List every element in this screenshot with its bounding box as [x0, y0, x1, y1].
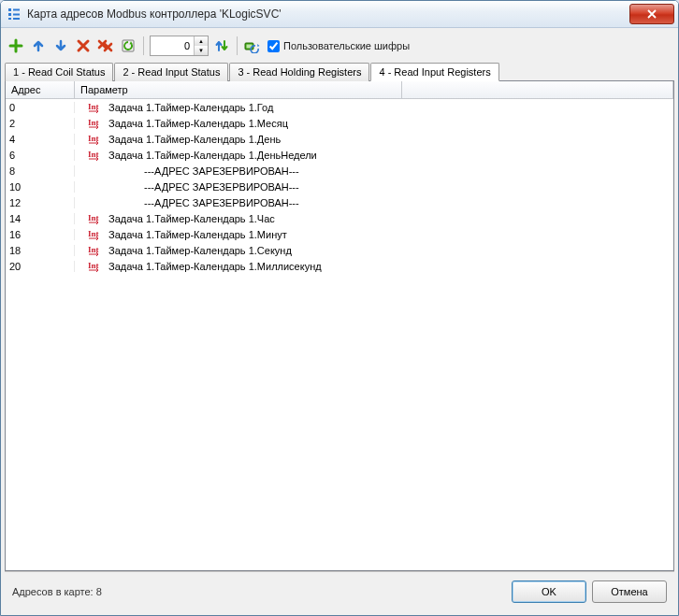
table-row[interactable]: 2IntЗадача 1.Таймер-Календарь 1.Месяц: [6, 115, 673, 131]
cell-parameter: IntЗадача 1.Таймер-Календарь 1.Месяц: [75, 117, 673, 129]
parameter-text: Задача 1.Таймер-Календарь 1.Миллисекунд: [108, 261, 322, 272]
tab-3[interactable]: 4 - Read Input Registers: [370, 63, 498, 81]
delete-all-icon[interactable]: [96, 36, 115, 55]
col-header-empty: [402, 81, 673, 98]
table-row[interactable]: 12---АДРЕС ЗАРЕЗЕРВИРОВАН---: [6, 194, 673, 210]
sort-icon[interactable]: [212, 36, 231, 55]
cell-parameter: IntЗадача 1.Таймер-Календарь 1.Час: [75, 212, 673, 224]
int-type-icon: Int: [88, 117, 103, 129]
add-icon[interactable]: [7, 36, 25, 55]
cell-address: 10: [6, 181, 75, 193]
svg-rect-5: [13, 18, 20, 20]
user-ciphers-label: Пользовательские шифры: [283, 40, 410, 51]
svg-rect-2: [8, 18, 11, 20]
cell-parameter: IntЗадача 1.Таймер-Календарь 1.Год: [75, 101, 673, 113]
table-row[interactable]: 0IntЗадача 1.Таймер-Календарь 1.Год: [6, 99, 673, 115]
cell-parameter: IntЗадача 1.Таймер-Календарь 1.Секунд: [75, 244, 673, 256]
parameter-text: Задача 1.Таймер-Календарь 1.Час: [108, 213, 275, 224]
app-icon: [7, 7, 22, 21]
int-type-icon: Int: [88, 212, 103, 224]
user-ciphers-checkbox[interactable]: Пользовательские шифры: [267, 40, 410, 52]
grid-header: Адрес Параметр: [6, 81, 673, 99]
svg-rect-3: [13, 9, 20, 11]
parameter-text: Задача 1.Таймер-Календарь 1.ДеньНедели: [108, 150, 317, 161]
window-title: Карта адресов Modbus контроллера 'KLogic…: [27, 7, 629, 21]
int-type-icon: Int: [88, 260, 103, 272]
parameter-text: Задача 1.Таймер-Календарь 1.Год: [108, 102, 273, 113]
reserved-text: ---АДРЕС ЗАРЕЗЕРВИРОВАН---: [88, 165, 299, 177]
titlebar: Карта адресов Modbus контроллера 'KLogic…: [1, 1, 678, 28]
cell-parameter: IntЗадача 1.Таймер-Календарь 1.День: [75, 133, 673, 145]
cell-address: 18: [6, 245, 75, 256]
tab-1[interactable]: 2 - Read Input Status: [114, 63, 228, 81]
cell-parameter: IntЗадача 1.Таймер-Календарь 1.ДеньНедел…: [75, 149, 673, 161]
int-type-icon: Int: [88, 101, 103, 113]
device-icon[interactable]: [243, 36, 262, 55]
window: Карта адресов Modbus контроллера 'KLogic…: [0, 0, 679, 616]
refresh-icon[interactable]: [119, 36, 137, 55]
cell-parameter: IntЗадача 1.Таймер-Календарь 1.Минут: [75, 228, 673, 240]
table-row[interactable]: 10---АДРЕС ЗАРЕЗЕРВИРОВАН---: [6, 179, 673, 194]
reserved-text: ---АДРЕС ЗАРЕЗЕРВИРОВАН---: [88, 181, 299, 193]
parameter-text: Задача 1.Таймер-Календарь 1.Месяц: [108, 118, 288, 129]
status-text: Адресов в карте: 8: [12, 586, 506, 597]
table-row[interactable]: 6IntЗадача 1.Таймер-Календарь 1.ДеньНеде…: [6, 147, 673, 163]
table-row[interactable]: 20IntЗадача 1.Таймер-Календарь 1.Миллисе…: [6, 258, 673, 274]
grid: Адрес Параметр 0IntЗадача 1.Таймер-Кален…: [5, 80, 674, 571]
int-type-icon: Int: [88, 133, 103, 145]
parameter-text: Задача 1.Таймер-Календарь 1.Минут: [108, 229, 287, 240]
svg-rect-1: [8, 13, 11, 16]
int-type-icon: Int: [88, 228, 103, 240]
cell-address: 12: [6, 197, 75, 208]
toolbar-separator: [237, 36, 238, 55]
statusbar: Адресов в карте: 8 OK Отмена: [5, 571, 674, 611]
cell-address: 2: [6, 118, 75, 129]
col-header-parameter[interactable]: Параметр: [75, 81, 402, 98]
int-type-icon: Int: [88, 244, 103, 256]
toolbar: ▲ ▼ Пользоват: [5, 32, 674, 60]
cell-address: 14: [6, 213, 75, 224]
spinner-up[interactable]: ▲: [195, 36, 208, 46]
user-ciphers-input[interactable]: [267, 40, 280, 52]
parameter-text: Задача 1.Таймер-Календарь 1.День: [108, 134, 281, 145]
spinner-down[interactable]: ▼: [195, 46, 208, 55]
close-button[interactable]: [629, 4, 674, 24]
int-type-icon: Int: [88, 149, 103, 161]
toolbar-separator: [143, 36, 144, 55]
table-row[interactable]: 8---АДРЕС ЗАРЕЗЕРВИРОВАН---: [6, 163, 673, 179]
arrow-up-icon[interactable]: [29, 36, 48, 55]
cell-address: 4: [6, 134, 75, 145]
client-area: ▲ ▼ Пользоват: [1, 28, 678, 615]
table-row[interactable]: 18IntЗадача 1.Таймер-Календарь 1.Секунд: [6, 242, 673, 258]
table-row[interactable]: 4IntЗадача 1.Таймер-Календарь 1.День: [6, 131, 673, 147]
col-header-address[interactable]: Адрес: [6, 81, 75, 98]
cell-address: 20: [6, 261, 75, 272]
offset-input[interactable]: [151, 36, 194, 55]
reserved-text: ---АДРЕС ЗАРЕЗЕРВИРОВАН---: [88, 197, 299, 208]
cancel-button[interactable]: Отмена: [592, 580, 667, 603]
cell-address: 6: [6, 150, 75, 161]
offset-spinner[interactable]: ▲ ▼: [150, 36, 209, 56]
cell-parameter: ---АДРЕС ЗАРЕЗЕРВИРОВАН---: [75, 197, 673, 208]
grid-body[interactable]: 0IntЗадача 1.Таймер-Календарь 1.Год2IntЗ…: [6, 99, 673, 570]
tab-0[interactable]: 1 - Read Coil Status: [5, 63, 113, 81]
cell-parameter: ---АДРЕС ЗАРЕЗЕРВИРОВАН---: [75, 165, 673, 177]
delete-icon[interactable]: [74, 36, 93, 55]
cell-address: 0: [6, 102, 75, 113]
cell-address: 16: [6, 229, 75, 240]
table-row[interactable]: 16IntЗадача 1.Таймер-Календарь 1.Минут: [6, 226, 673, 242]
ok-button[interactable]: OK: [512, 580, 586, 603]
cell-parameter: IntЗадача 1.Таймер-Календарь 1.Миллисеку…: [75, 260, 673, 272]
svg-rect-4: [13, 14, 20, 16]
tabs: 1 - Read Coil Status2 - Read Input Statu…: [5, 62, 674, 80]
parameter-text: Задача 1.Таймер-Календарь 1.Секунд: [108, 245, 292, 256]
svg-rect-0: [8, 8, 11, 11]
cell-parameter: ---АДРЕС ЗАРЕЗЕРВИРОВАН---: [75, 181, 673, 193]
arrow-down-icon[interactable]: [51, 36, 70, 55]
cell-address: 8: [6, 165, 75, 177]
table-row[interactable]: 14IntЗадача 1.Таймер-Календарь 1.Час: [6, 210, 673, 226]
tab-2[interactable]: 3 - Read Holding Registers: [229, 63, 369, 81]
